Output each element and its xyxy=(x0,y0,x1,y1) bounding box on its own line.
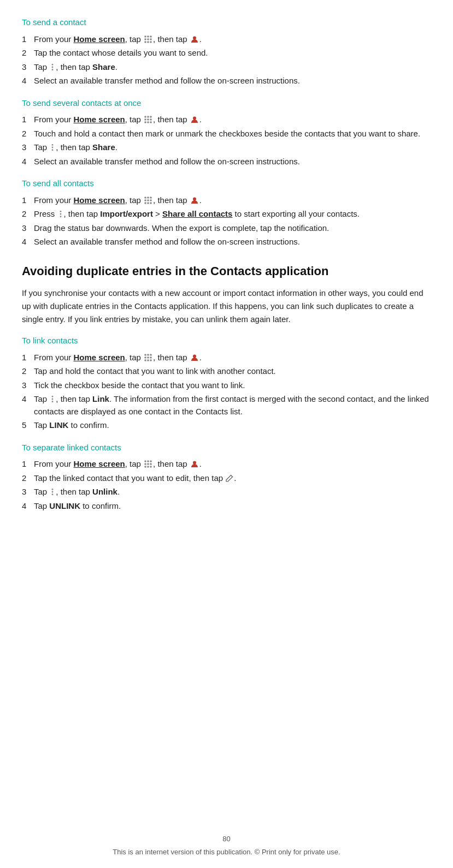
svg-point-3 xyxy=(144,38,146,40)
svg-point-29 xyxy=(144,199,146,201)
svg-point-51 xyxy=(52,401,54,402)
list-item: 2 Press , then tap Import/export > Share… xyxy=(22,208,431,221)
step-text: From your Home screen, tap , then tap xyxy=(34,352,431,364)
svg-point-63 xyxy=(52,491,54,493)
list-link-contacts: 1 From your Home screen, tap , then tap xyxy=(22,352,431,432)
svg-point-17 xyxy=(147,118,149,121)
svg-point-31 xyxy=(150,199,152,201)
apps-icon xyxy=(144,35,152,44)
step-number: 3 xyxy=(22,141,34,154)
svg-point-35 xyxy=(193,197,196,200)
svg-point-39 xyxy=(144,354,146,356)
svg-point-8 xyxy=(150,41,152,43)
step-number: 4 xyxy=(22,156,34,168)
step-number: 1 xyxy=(22,33,34,46)
page-content: To send a contact 1 From your Home scree… xyxy=(0,0,453,566)
svg-point-49 xyxy=(52,396,54,397)
homescreen-ref: Home screen xyxy=(74,34,125,44)
step-text: From your Home screen, tap , then tap xyxy=(34,194,431,207)
list-item: 1 From your Home screen, tap , then tap xyxy=(22,114,431,126)
svg-point-21 xyxy=(150,121,152,123)
step-number: 4 xyxy=(22,393,34,418)
heading-send-several: To send several contacts at once xyxy=(22,97,431,110)
svg-point-2 xyxy=(150,35,152,38)
list-item: 2 Touch and hold a contact then mark or … xyxy=(22,128,431,140)
svg-point-20 xyxy=(147,121,149,123)
step-text: Tap and hold the contact that you want t… xyxy=(34,365,431,378)
svg-point-19 xyxy=(144,121,146,123)
svg-point-41 xyxy=(150,354,152,356)
step-text: Select an available transfer method and … xyxy=(34,156,431,168)
svg-point-15 xyxy=(150,116,152,118)
heading-link-contacts: To link contacts xyxy=(22,335,431,347)
more-icon xyxy=(50,144,55,151)
svg-point-53 xyxy=(147,460,149,462)
step-text: Tap the contact whose details you want t… xyxy=(34,47,431,60)
edit-icon xyxy=(226,474,233,482)
step-text: Select an available transfer method and … xyxy=(34,236,431,248)
step-text: Tap LINK to confirm. xyxy=(34,419,431,432)
step-number: 3 xyxy=(22,486,34,498)
list-send-all: 1 From your Home screen, tap , then tap xyxy=(22,194,431,248)
link-label: Link xyxy=(92,394,109,403)
avoiding-duplicates-intro: If you synchronise your contacts with a … xyxy=(22,287,431,326)
step-number: 2 xyxy=(22,208,34,221)
svg-point-22 xyxy=(193,117,196,120)
svg-point-12 xyxy=(52,69,54,70)
step-number: 2 xyxy=(22,47,34,60)
svg-point-1 xyxy=(147,35,149,38)
step-number: 1 xyxy=(22,352,34,364)
contact-icon xyxy=(190,460,199,468)
step-number: 3 xyxy=(22,222,34,235)
svg-point-57 xyxy=(150,463,152,465)
svg-point-27 xyxy=(147,197,149,199)
svg-point-32 xyxy=(144,202,146,204)
step-text: Press , then tap Import/export > Share a… xyxy=(34,208,431,221)
svg-point-33 xyxy=(147,202,149,204)
list-separate-contacts: 1 From your Home screen, tap , then tap xyxy=(22,458,431,512)
import-export-label: Import/export xyxy=(100,209,153,218)
svg-point-34 xyxy=(150,202,152,204)
svg-point-14 xyxy=(147,116,149,118)
svg-point-36 xyxy=(60,211,61,212)
svg-point-11 xyxy=(52,66,54,68)
list-item: 4 Tap UNLINK to confirm. xyxy=(22,500,431,513)
section-link-contacts: To link contacts 1 From your Home screen… xyxy=(22,335,431,432)
apps-icon xyxy=(144,353,152,362)
step-number: 4 xyxy=(22,75,34,87)
apps-icon xyxy=(144,460,152,468)
step-number: 4 xyxy=(22,500,34,513)
homescreen-ref: Home screen xyxy=(74,353,125,362)
svg-point-62 xyxy=(52,489,54,490)
page-number: 80 xyxy=(0,834,453,845)
svg-point-55 xyxy=(144,463,146,465)
section-send-all: To send all contacts 1 From your Home sc… xyxy=(22,177,431,248)
list-item: 1 From your Home screen, tap , then tap xyxy=(22,194,431,207)
step-number: 1 xyxy=(22,114,34,126)
list-send-several: 1 From your Home screen, tap , then tap xyxy=(22,114,431,168)
svg-point-9 xyxy=(193,36,196,39)
homescreen-ref: Home screen xyxy=(74,115,125,124)
svg-point-25 xyxy=(52,149,54,151)
svg-point-23 xyxy=(52,144,54,146)
step-text: Select an available transfer method and … xyxy=(34,75,431,87)
list-item: 2 Tap the linked contact that you want t… xyxy=(22,472,431,485)
svg-point-26 xyxy=(144,197,146,199)
more-icon xyxy=(58,210,63,218)
list-item: 1 From your Home screen, tap , then tap xyxy=(22,352,431,364)
step-text: Tap , then tap Share. xyxy=(34,61,431,74)
svg-point-7 xyxy=(147,41,149,43)
svg-point-46 xyxy=(147,359,149,361)
step-number: 4 xyxy=(22,236,34,248)
list-item: 4 Select an available transfer method an… xyxy=(22,75,431,87)
heading-separate-contacts: To separate linked contacts xyxy=(22,442,431,454)
share-label: Share xyxy=(92,62,115,72)
step-text: From your Home screen, tap , then tap xyxy=(34,33,431,46)
step-number: 3 xyxy=(22,379,34,392)
share-label: Share xyxy=(92,142,115,152)
list-item: 3 Tap , then tap Share. xyxy=(22,61,431,74)
list-item: 3 Drag the status bar downwards. When th… xyxy=(22,222,431,235)
list-item: 1 From your Home screen, tap , then tap xyxy=(22,33,431,46)
step-number: 2 xyxy=(22,472,34,485)
list-item: 3 Tap , then tap Unlink. xyxy=(22,486,431,498)
